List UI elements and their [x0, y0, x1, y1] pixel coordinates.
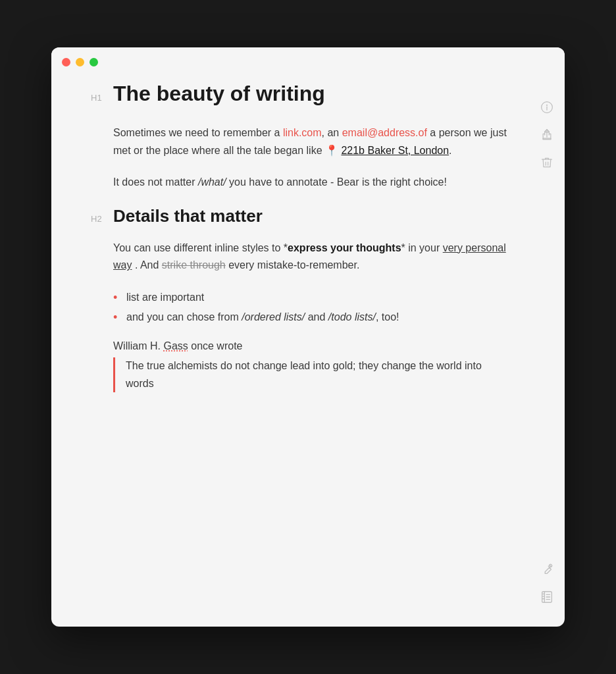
h1-section: H1 The beauty of writing — [91, 81, 512, 106]
para3-text-before-bold: You can use different inline styles to * — [113, 242, 288, 253]
gass-name: Gass — [163, 340, 188, 351]
h1-label: H1 — [91, 93, 107, 103]
location-icon: 📍 — [325, 145, 338, 156]
close-button[interactable] — [62, 58, 70, 66]
para2-text-after-italic: you have to annotate - Bear is the right… — [226, 176, 447, 188]
app-window: H1 The beauty of writing Sometimes we ne… — [51, 47, 565, 627]
paragraph-1: Sometimes we need to remember a link.com… — [113, 124, 512, 159]
para2-italic: /what/ — [198, 176, 226, 188]
share-icon[interactable] — [540, 128, 554, 142]
para3-text-middle: . And — [132, 259, 161, 271]
para3-strikethrough: strike through — [162, 259, 226, 271]
info-icon[interactable] — [540, 100, 554, 115]
paragraph-2: It does not matter /what/ you have to an… — [113, 174, 512, 191]
para3-text-after-bold: * in your — [401, 242, 443, 253]
link-com[interactable]: link.com — [283, 127, 322, 138]
blockquote: The true alchemists do not change lead i… — [113, 357, 512, 392]
sidebar-top-icons — [540, 100, 554, 170]
para1-text-before-link: Sometimes we need to remember a — [113, 127, 283, 138]
notebook-icon[interactable] — [540, 590, 554, 607]
pen-icon[interactable] — [540, 562, 554, 579]
svg-point-3 — [547, 105, 548, 105]
paragraph-3: You can use different inline styles to *… — [113, 240, 512, 274]
sidebar-bottom-icons — [540, 562, 554, 607]
para3-text-end: every mistake-to-remember. — [226, 259, 360, 271]
minimize-button[interactable] — [76, 58, 84, 66]
h1-title: The beauty of writing — [113, 81, 325, 106]
main-content: H1 The beauty of writing Sometimes we ne… — [51, 74, 565, 429]
para2-text-before-italic: It does not matter — [113, 176, 198, 188]
email-link[interactable]: email@address.of — [342, 127, 427, 138]
list-item: and you can chose from /ordered lists/ a… — [113, 309, 512, 326]
blockquote-text: The true alchemists do not change lead i… — [126, 360, 482, 388]
maximize-button[interactable] — [90, 58, 98, 66]
h2-section: H2 Details that matter — [91, 206, 512, 226]
list-item: list are important — [113, 289, 512, 306]
bullet-list: list are important and you can chose fro… — [113, 289, 512, 326]
location-link[interactable]: 221b Baker St, London — [341, 145, 449, 156]
list-item-text: and you can chose from /ordered lists/ a… — [126, 311, 399, 323]
para3-bold: express your thoughts — [288, 242, 401, 253]
h2-label: H2 — [91, 214, 107, 224]
trash-icon[interactable] — [540, 155, 554, 170]
h2-title: Details that matter — [113, 206, 263, 226]
blockquote-attribution: William H. Gass once wrote — [113, 340, 512, 352]
para1-text-end: . — [449, 145, 451, 156]
blockquote-section: William H. Gass once wrote The true alch… — [113, 340, 512, 392]
titlebar — [51, 47, 565, 74]
list-item-text: list are important — [126, 292, 204, 303]
para1-text-after-link: , an — [322, 127, 342, 138]
